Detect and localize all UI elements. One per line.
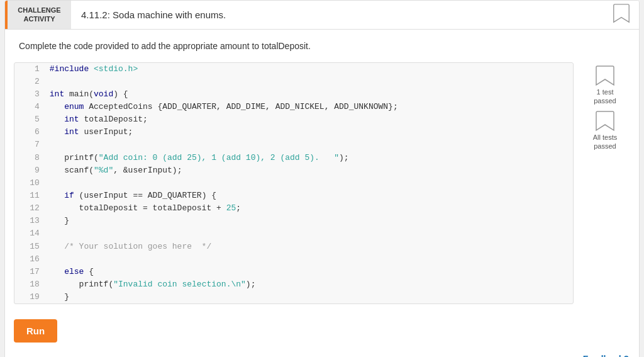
code-row-19: 19 } — [14, 291, 573, 303]
code-row-3: 3 int main(void) { — [14, 88, 573, 101]
code-row-8: 8 printf("Add coin: 0 (add 25), 1 (add 1… — [14, 152, 573, 164]
line-num-7: 7 — [14, 139, 46, 151]
feedback-bar: Feedback? — [5, 350, 639, 357]
code-content-18: printf("Invalid coin selection.\n"); — [46, 278, 573, 291]
code-row-1: 1 #include <stdio.h> — [14, 63, 573, 76]
code-row-16: 16 — [14, 253, 573, 266]
line-num-4: 4 — [14, 101, 46, 113]
code-content-15: /* Your solution goes here */ — [46, 241, 573, 253]
code-section: 1 #include <stdio.h> 2 3 int main(void) … — [5, 57, 639, 314]
code-content-7 — [46, 139, 573, 151]
instructions-text: Complete the code provided to add the ap… — [19, 41, 311, 51]
main-container: CHALLENGE ACTIVITY 4.11.2: Soda machine … — [4, 0, 640, 357]
bottom-bar: Run — [5, 313, 639, 350]
code-table: 1 #include <stdio.h> 2 3 int main(void) … — [14, 63, 573, 304]
line-num-9: 9 — [14, 164, 46, 177]
test2-badge: All testspassed — [593, 110, 618, 151]
code-row-11: 11 if (userInput == ADD_QUARTER) { — [14, 190, 573, 202]
line-num-11: 11 — [14, 190, 46, 202]
code-content-5: int totalDeposit; — [46, 113, 573, 126]
code-row-15: 15 /* Your solution goes here */ — [14, 241, 573, 253]
code-content-9: scanf("%d", &userInput); — [46, 164, 573, 177]
code-row-14: 14 — [14, 227, 573, 240]
line-num-13: 13 — [14, 215, 46, 227]
test1-badge: 1 testpassed — [594, 65, 616, 106]
code-row-9: 9 scanf("%d", &userInput); — [14, 164, 573, 177]
test1-bookmark-icon — [596, 65, 614, 86]
line-num-8: 8 — [14, 152, 46, 164]
test1-label: 1 testpassed — [594, 88, 616, 106]
badge-line1: CHALLENGE — [18, 6, 60, 14]
line-num-14: 14 — [14, 227, 46, 240]
code-content-19: } — [46, 291, 573, 303]
code-row-10: 10 — [14, 177, 573, 190]
badge-line2: ACTIVITY — [23, 14, 55, 23]
line-num-12: 12 — [14, 202, 46, 215]
code-editor[interactable]: 1 #include <stdio.h> 2 3 int main(void) … — [14, 62, 574, 305]
code-content-10 — [46, 177, 573, 190]
line-num-1: 1 — [14, 63, 46, 76]
code-row-18: 18 printf("Invalid coin selection.\n"); — [14, 278, 573, 291]
line-num-6: 6 — [14, 126, 46, 139]
code-content-16 — [46, 253, 573, 266]
line-num-10: 10 — [14, 177, 46, 190]
feedback-link[interactable]: Feedback? — [583, 354, 629, 357]
header-title-area: 4.11.2: Soda machine with enums. — [71, 1, 604, 29]
line-num-16: 16 — [14, 253, 46, 266]
bookmark-icon[interactable] — [613, 3, 630, 26]
code-row-6: 6 int userInput; — [14, 126, 573, 139]
line-num-2: 2 — [14, 76, 46, 88]
code-content-12: totalDeposit = totalDeposit + 25; — [46, 202, 573, 215]
instructions: Complete the code provided to add the ap… — [5, 30, 639, 57]
code-content-17: else { — [46, 266, 573, 278]
code-row-17: 17 else { — [14, 266, 573, 278]
line-num-15: 15 — [14, 241, 46, 253]
bookmark-icon-area — [604, 1, 639, 29]
test-results: 1 testpassed All testspassed — [580, 62, 630, 305]
code-row-2: 2 — [14, 76, 573, 88]
code-content-4: enum AcceptedCoins {ADD_QUARTER, ADD_DIM… — [46, 101, 573, 113]
line-num-19: 19 — [14, 291, 46, 303]
line-num-17: 17 — [14, 266, 46, 278]
code-content-14 — [46, 227, 573, 240]
test2-bookmark-icon — [596, 110, 614, 132]
header: CHALLENGE ACTIVITY 4.11.2: Soda machine … — [5, 1, 639, 30]
code-content-11: if (userInput == ADD_QUARTER) { — [46, 190, 573, 202]
run-button[interactable]: Run — [14, 319, 57, 343]
code-content-13: } — [46, 215, 573, 227]
code-row-13: 13 } — [14, 215, 573, 227]
code-row-4: 4 enum AcceptedCoins {ADD_QUARTER, ADD_D… — [14, 101, 573, 113]
code-content-1: #include <stdio.h> — [46, 63, 573, 76]
line-num-3: 3 — [14, 88, 46, 101]
code-row-5: 5 int totalDeposit; — [14, 113, 573, 126]
header-title: 4.11.2: Soda machine with enums. — [81, 9, 226, 20]
challenge-badge: CHALLENGE ACTIVITY — [5, 1, 71, 29]
code-row-7: 7 — [14, 139, 573, 151]
code-content-3: int main(void) { — [46, 88, 573, 101]
code-content-8: printf("Add coin: 0 (add 25), 1 (add 10)… — [46, 152, 573, 164]
code-content-6: int userInput; — [46, 126, 573, 139]
test2-label: All testspassed — [593, 133, 618, 151]
line-num-5: 5 — [14, 113, 46, 126]
code-row-12: 12 totalDeposit = totalDeposit + 25; — [14, 202, 573, 215]
code-content-2 — [46, 76, 573, 88]
line-num-18: 18 — [14, 278, 46, 291]
